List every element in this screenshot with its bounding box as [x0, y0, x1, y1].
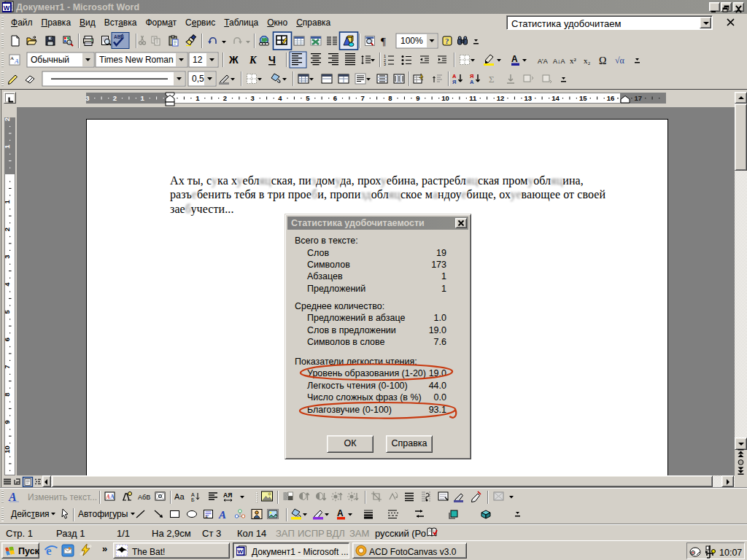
- svg-text:A: A: [110, 494, 115, 500]
- svg-text:Я: Я: [452, 79, 456, 85]
- svg-text:A: A: [14, 58, 19, 65]
- svg-text:1: 1: [141, 94, 145, 102]
- svg-text:7: 7: [361, 94, 365, 102]
- svg-text:W: W: [238, 548, 244, 555]
- svg-text:А: А: [337, 508, 344, 518]
- svg-text:2: 2: [3, 228, 11, 231]
- svg-text:5: 5: [306, 94, 310, 102]
- svg-text:Аа: Аа: [174, 492, 185, 501]
- svg-text:A: A: [10, 55, 14, 61]
- svg-text:Ω: Ω: [599, 55, 606, 66]
- svg-text:Изменить текст...: Изменить текст...: [28, 492, 97, 502]
- svg-text:x₂: x₂: [584, 56, 591, 65]
- svg-text:100%: 100%: [400, 36, 423, 46]
- svg-text:Ж: Ж: [228, 54, 239, 66]
- svg-text:А↓А: А↓А: [553, 58, 565, 65]
- svg-text:К: К: [249, 55, 258, 66]
- svg-text:11: 11: [469, 94, 477, 102]
- svg-text:√α: √α: [615, 55, 625, 66]
- svg-text:16: 16: [607, 94, 615, 102]
- svg-text:A: A: [218, 509, 226, 521]
- svg-text:Ч: Ч: [268, 54, 276, 66]
- svg-text:8: 8: [3, 392, 11, 396]
- svg-text:6: 6: [3, 338, 11, 341]
- svg-text:15: 15: [579, 94, 587, 102]
- svg-text:13: 13: [525, 94, 533, 102]
- svg-text:Σ: Σ: [489, 74, 495, 85]
- svg-text:1: 1: [3, 144, 11, 149]
- svg-text:9: 9: [416, 94, 419, 102]
- svg-text:12: 12: [193, 55, 203, 65]
- svg-text:Автофигуры: Автофигуры: [78, 509, 128, 519]
- svg-text:8: 8: [388, 94, 392, 102]
- svg-text:14: 14: [551, 94, 560, 102]
- svg-text:1: 1: [3, 199, 11, 203]
- svg-text:¶: ¶: [381, 36, 386, 47]
- svg-text:?: ?: [445, 36, 449, 45]
- svg-text:A: A: [8, 491, 17, 503]
- svg-text:АбВ: АбВ: [138, 494, 150, 501]
- svg-text:3: 3: [384, 62, 386, 66]
- svg-text:А: А: [470, 79, 474, 85]
- svg-text:7: 7: [3, 365, 11, 369]
- svg-text:2: 2: [223, 94, 227, 102]
- svg-text:4: 4: [3, 282, 11, 287]
- svg-text:АʹА: АʹА: [538, 58, 548, 65]
- svg-text:5: 5: [3, 309, 11, 314]
- svg-text:1: 1: [196, 94, 200, 102]
- svg-text:А: А: [511, 54, 518, 64]
- svg-text:10: 10: [3, 446, 11, 454]
- svg-text:3: 3: [3, 255, 11, 259]
- svg-text:Times New Roman: Times New Roman: [99, 55, 174, 65]
- svg-text:Обычный: Обычный: [31, 55, 69, 65]
- svg-text:0,5: 0,5: [192, 74, 204, 84]
- svg-text:W: W: [4, 4, 10, 12]
- svg-text:3: 3: [251, 94, 255, 102]
- svg-text:АЯ: АЯ: [223, 491, 232, 499]
- svg-text:17: 17: [635, 94, 643, 102]
- svg-text:2: 2: [3, 117, 11, 121]
- svg-text:Действия: Действия: [11, 509, 50, 519]
- svg-text:9: 9: [3, 420, 11, 424]
- svg-text:4: 4: [278, 94, 282, 102]
- svg-text:А: А: [191, 492, 195, 497]
- svg-text:12: 12: [497, 94, 505, 102]
- svg-text:Б: Б: [191, 497, 195, 502]
- svg-text:10: 10: [441, 94, 449, 102]
- svg-text:2: 2: [113, 94, 117, 102]
- svg-text:6: 6: [333, 94, 337, 102]
- svg-text:3: 3: [85, 94, 89, 102]
- svg-text:x²: x²: [570, 56, 577, 65]
- svg-text:A: A: [205, 515, 208, 519]
